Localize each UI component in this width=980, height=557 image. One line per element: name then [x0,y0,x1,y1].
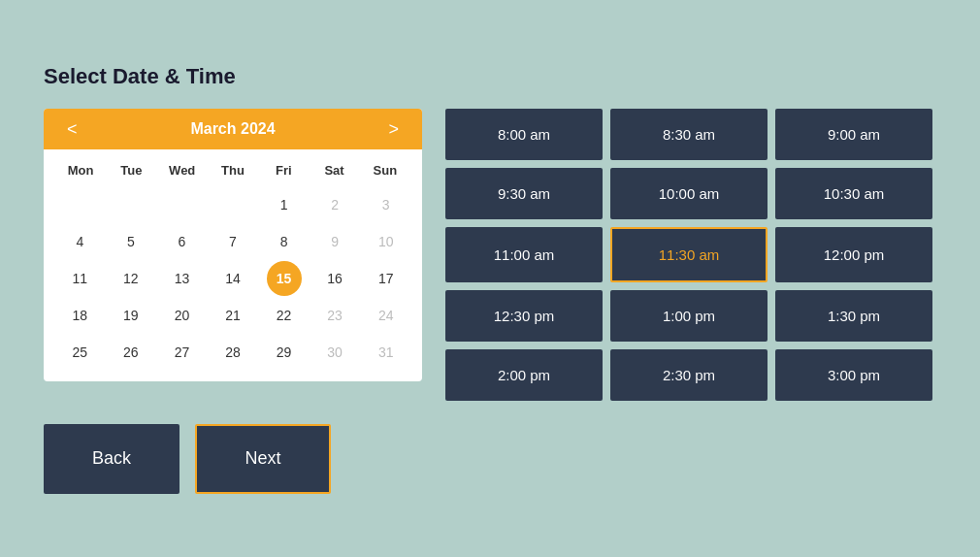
calendar-day-header: Mon [55,157,106,183]
calendar-date: 30 [317,335,352,370]
time-slot-button[interactable]: 2:30 pm [610,349,768,401]
calendar-day-header: Sun [360,157,410,183]
calendar-date: 3 [369,187,404,222]
calendar: < March 2024 > MonTueWedThuFriSatSun 123… [44,109,422,381]
time-slot-button[interactable]: 3:00 pm [775,349,932,401]
time-slot-button[interactable]: 2:00 pm [445,349,603,401]
calendar-grid: MonTueWedThuFriSatSun 123456789101112131… [44,149,422,381]
calendar-date: 2 [317,187,352,222]
calendar-date[interactable]: 5 [114,224,148,259]
calendar-date[interactable]: 28 [215,335,250,370]
main-content: < March 2024 > MonTueWedThuFriSatSun 123… [44,109,936,401]
calendar-date [114,187,148,222]
time-slot-button[interactable]: 10:00 am [610,168,768,219]
time-slot-button[interactable]: 12:00 pm [775,227,932,282]
calendar-header: < March 2024 > [44,109,422,149]
time-slot-button[interactable]: 1:30 pm [775,290,932,342]
calendar-date[interactable]: 17 [369,261,404,296]
calendar-days-header: MonTueWedThuFriSatSun [55,157,410,183]
calendar-date[interactable]: 26 [114,335,148,370]
calendar-next-button[interactable]: > [380,118,407,140]
calendar-date[interactable]: 11 [62,261,97,296]
calendar-dates: 1234567891011121314151617181920212223242… [55,187,410,370]
calendar-prev-button[interactable]: < [59,118,85,140]
page-title: Select Date & Time [44,64,936,89]
calendar-date [215,187,250,222]
time-slot-button[interactable]: 9:00 am [775,109,932,160]
time-slot-button[interactable]: 11:30 am [610,227,768,282]
calendar-date[interactable]: 12 [114,261,148,296]
calendar-date[interactable]: 18 [62,298,97,333]
time-slot-button[interactable]: 9:30 am [445,168,603,219]
calendar-date[interactable]: 25 [62,335,97,370]
time-slot-button[interactable]: 8:30 am [610,109,768,160]
calendar-day-header: Thu [208,157,258,183]
time-slot-button[interactable]: 10:30 am [775,168,932,219]
calendar-date: 9 [317,224,352,259]
page-container: Select Date & Time < March 2024 > MonTue… [24,35,956,523]
calendar-date[interactable]: 16 [317,261,352,296]
calendar-date[interactable]: 20 [164,298,199,333]
calendar-date[interactable]: 19 [114,298,148,333]
time-slot-button[interactable]: 8:00 am [445,109,603,160]
calendar-date[interactable]: 1 [267,187,302,222]
calendar-date[interactable]: 22 [267,298,302,333]
calendar-date[interactable]: 29 [267,335,302,370]
buttons-row: Back Next [44,424,936,494]
calendar-date: 23 [317,298,352,333]
calendar-date[interactable]: 27 [164,335,199,370]
time-slots-wrapper: 8:00 am8:30 am9:00 am9:30 am10:00 am10:3… [445,109,936,401]
calendar-date[interactable]: 15 [267,261,302,296]
calendar-date[interactable]: 6 [164,224,199,259]
calendar-date[interactable]: 21 [215,298,250,333]
calendar-date: 10 [369,224,404,259]
calendar-date[interactable]: 7 [215,224,250,259]
time-slot-button[interactable]: 11:00 am [445,227,603,282]
calendar-day-header: Tue [106,157,156,183]
calendar-month-label: March 2024 [190,120,275,138]
calendar-day-header: Fri [258,157,309,183]
calendar-date[interactable]: 13 [164,261,199,296]
calendar-date: 24 [369,298,404,333]
calendar-day-header: Sat [309,157,359,183]
calendar-date: 31 [369,335,404,370]
time-slot-button[interactable]: 12:30 pm [445,290,603,342]
time-slot-button[interactable]: 1:00 pm [610,290,768,342]
calendar-date[interactable]: 4 [62,224,97,259]
back-button[interactable]: Back [44,424,180,494]
calendar-day-header: Wed [157,157,208,183]
calendar-date [62,187,97,222]
calendar-date[interactable]: 8 [267,224,302,259]
next-button[interactable]: Next [195,424,331,494]
time-slots-scroll: 8:00 am8:30 am9:00 am9:30 am10:00 am10:3… [445,109,936,401]
calendar-date[interactable]: 14 [215,261,250,296]
calendar-date [164,187,199,222]
